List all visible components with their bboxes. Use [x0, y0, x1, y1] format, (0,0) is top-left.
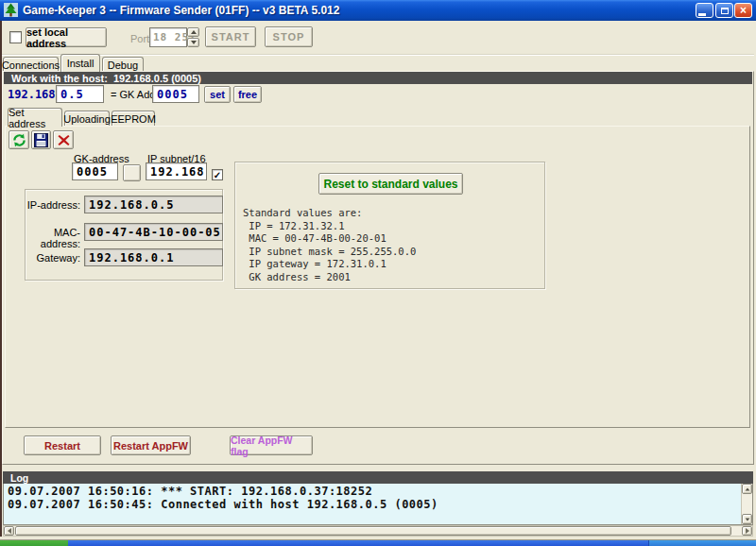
taskbar[interactable]	[0, 540, 756, 546]
log-hscrollbar[interactable]	[3, 525, 753, 537]
subtab-set-address[interactable]: Set address	[8, 108, 62, 127]
ip-subnet-checkbox[interactable]: ✓	[212, 169, 223, 180]
minimize-button[interactable]	[696, 3, 713, 18]
restart-button[interactable]: Restart	[24, 435, 101, 455]
hscroll-thumb[interactable]	[15, 526, 731, 536]
standard-values-line: MAC = 00-47-4B-00-20-01	[243, 232, 416, 246]
subtab-uploading[interactable]: Uploading	[64, 111, 110, 126]
standard-values-line: IP gateway = 172.31.0.1	[243, 258, 416, 271]
scroll-right-icon	[746, 528, 749, 534]
mac-address-field[interactable]: 00-47-4B-10-00-05	[84, 223, 223, 241]
minimize-icon	[698, 13, 706, 16]
hscroll-right-button[interactable]	[742, 526, 752, 536]
delete-button[interactable]	[53, 130, 74, 149]
window-title: Game-Keeper 3 -- Firmware Sender (01FF) …	[23, 4, 339, 17]
save-button[interactable]	[31, 130, 51, 149]
tab-debug[interactable]: Debug	[102, 57, 144, 72]
local-address-checkbox[interactable]	[9, 31, 22, 43]
gk-address-input[interactable]: 0005	[72, 162, 118, 180]
tab-connections[interactable]: Connections	[3, 57, 59, 72]
port-input[interactable]: 18 252	[149, 27, 187, 47]
subtab-eeprom[interactable]: EEPROM	[112, 111, 155, 126]
spinner-down-icon	[191, 41, 197, 44]
refresh-button[interactable]	[9, 130, 29, 149]
toolbar: set local address Port: 18 252 START STO…	[2, 21, 754, 55]
standard-values-line: Standard values are:	[243, 207, 416, 220]
start-button[interactable]: START	[205, 26, 256, 47]
restore-icon	[721, 8, 729, 14]
hscroll-left-button[interactable]	[4, 526, 14, 536]
maximize-button[interactable]	[715, 3, 733, 18]
log-line: 09.07.2007 16:50:16: *** START: 192.168.…	[8, 486, 752, 499]
standard-values-text: Standard values are: IP = 172.31.32.1 MA…	[243, 207, 416, 283]
set-local-address-button[interactable]: set local address	[26, 27, 107, 47]
vscroll-up-button[interactable]	[742, 484, 752, 494]
restart-appfw-button[interactable]: Restart AppFW	[111, 435, 191, 455]
gateway-field[interactable]: 192.168.0.1	[84, 248, 223, 266]
ip-address-field[interactable]: 192.168.0.5	[84, 196, 223, 213]
set-button[interactable]: set	[204, 86, 231, 103]
port-spinner-down[interactable]	[187, 38, 199, 47]
tab-install[interactable]: Install	[60, 54, 100, 72]
standard-values-line: IP subnet mask = 255.255.0.0	[243, 246, 416, 259]
standard-values-panel: Reset to standard values Standard values…	[234, 162, 545, 289]
reset-standard-button[interactable]: Reset to standard values	[318, 173, 463, 195]
standard-values-line: GK address = 2001	[243, 271, 416, 284]
application-window: Game-Keeper 3 -- Firmware Sender (01FF) …	[0, 0, 756, 546]
standard-values-line: IP = 172.31.32.1	[243, 220, 416, 233]
log-area[interactable]: 09.07.2007 16:50:16: *** START: 192.168.…	[3, 484, 753, 525]
log-line: 09.07.2007 16:50:45: Connected with host…	[8, 499, 752, 512]
save-icon	[34, 133, 48, 147]
scroll-up-icon	[745, 487, 749, 490]
spinner-up-icon	[191, 30, 197, 34]
delete-x-icon	[58, 134, 70, 146]
tree-icon	[4, 3, 18, 19]
host-bar: Work with the host: 192.168.0.5 (0005)	[4, 72, 752, 84]
address-groupbox: IP-address: 192.168.0.5 MAC-address: 00-…	[25, 189, 223, 281]
vscroll-down-button[interactable]	[742, 514, 752, 524]
check-icon: ✓	[214, 170, 221, 180]
scroll-down-icon	[745, 518, 749, 520]
close-button[interactable]: ×	[734, 3, 752, 18]
stop-button[interactable]: STOP	[265, 26, 313, 47]
gateway-label: Gateway:	[26, 252, 80, 264]
taskbar-tray[interactable]	[648, 540, 756, 546]
log-header: Log	[3, 471, 753, 484]
mac-address-label: MAC-address:	[26, 227, 80, 249]
ip-prefix-label: 192.168.	[8, 88, 62, 101]
set-address-page: GK-address 0005 IP subnet/16 192.168 ✓ I…	[5, 126, 750, 428]
ip-suffix-input[interactable]: 0.5	[56, 85, 104, 103]
log-vscrollbar[interactable]	[741, 484, 752, 524]
close-icon: ×	[740, 5, 747, 16]
clear-appfw-flag-button[interactable]: Clear AppFW flag	[230, 435, 313, 455]
refresh-icon	[12, 133, 26, 147]
ip-address-label: IP-address:	[26, 199, 80, 211]
titlebar: Game-Keeper 3 -- Firmware Sender (01FF) …	[0, 0, 756, 21]
free-button[interactable]: free	[233, 86, 262, 103]
gk-addr-input[interactable]: 0005	[152, 85, 199, 103]
scroll-left-icon	[8, 528, 11, 534]
browse-button[interactable]	[123, 164, 141, 181]
port-spinner-up[interactable]	[187, 27, 199, 37]
ip-subnet-input[interactable]: 192.168	[146, 162, 207, 180]
taskbar-start-button[interactable]	[0, 540, 68, 546]
